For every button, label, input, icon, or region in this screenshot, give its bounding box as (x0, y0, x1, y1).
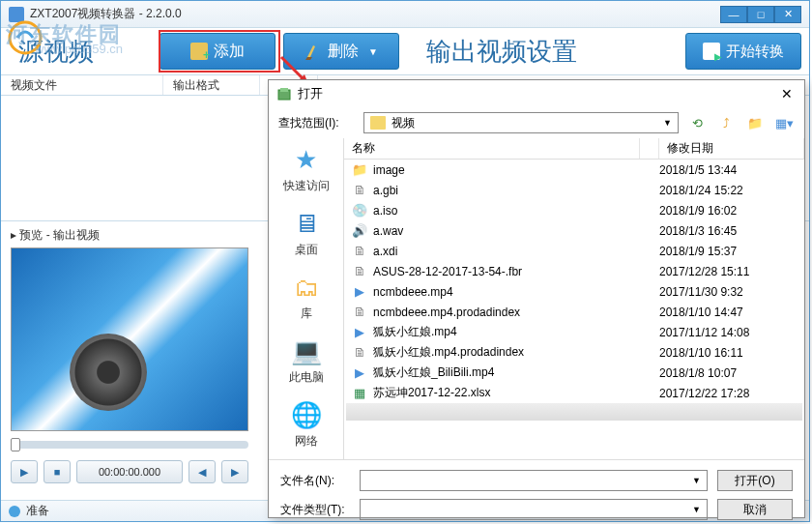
open-button[interactable]: 打开(O) (717, 470, 793, 491)
file-row[interactable]: 🗎ASUS-28-12-2017-13-54-.fbr2017/12/28 15… (344, 261, 804, 281)
file-name: a.gbi (373, 184, 659, 197)
seek-slider[interactable] (11, 441, 248, 449)
file-row[interactable]: 💿a.iso2018/1/9 16:02 (344, 200, 804, 220)
open-dialog: 打开 ✕ 查找范围(I): 视频 ▼ ⟲ ⤴ 📁 ▦▾ ★ 快速访问 🖥 桌面 … (268, 79, 805, 518)
chevron-down-icon: ▼ (663, 118, 672, 128)
file-date: 2018/1/8 10:07 (659, 366, 804, 380)
file-date: 2018/1/9 16:02 (659, 204, 804, 218)
output-settings-label: 输出视频设置 (426, 35, 678, 69)
file-name: 狐妖小红娘.mp4 (373, 324, 659, 340)
header-description[interactable] (640, 138, 659, 159)
dialog-close-button[interactable]: ✕ (777, 84, 797, 103)
slider-thumb[interactable] (11, 438, 20, 451)
header-date[interactable]: 修改日期 (659, 138, 804, 159)
file-date: 2018/1/10 14:47 (659, 306, 804, 319)
close-button[interactable]: ✕ (774, 6, 801, 23)
view-menu-button[interactable]: ▦▾ (773, 112, 795, 133)
video-icon: ▶ (352, 325, 367, 340)
status-text: 准备 (26, 503, 49, 519)
file-row[interactable]: ▶狐妖小红娘_BiliBili.mp42018/1/8 10:07 (344, 363, 804, 383)
file-date: 2018/1/24 15:22 (659, 184, 804, 197)
file-date: 2017/12/22 17:28 (659, 387, 804, 400)
file-name: 苏远坤2017-12-22.xlsx (373, 385, 659, 401)
col-video-file[interactable]: 视频文件 (1, 75, 163, 95)
file-row[interactable]: 🗎ncmbdeee.mp4.prodadindex2018/1/10 14:47 (344, 302, 804, 322)
place-quick-access[interactable]: ★ 快速访问 (283, 144, 330, 194)
dialog-title: 打开 (298, 85, 777, 102)
audio-icon: 🔊 (352, 223, 367, 239)
file-row[interactable]: ▶ncmbdeee.mp42017/11/30 9:32 (344, 281, 804, 302)
file-row[interactable]: 🔊a.wav2018/1/3 16:45 (344, 220, 804, 241)
places-bar: ★ 快速访问 🖥 桌面 🗂 库 💻 此电脑 🌐 网络 (269, 138, 344, 459)
file-row[interactable]: 🗎a.xdi2018/1/9 15:37 (344, 241, 804, 261)
cancel-button[interactable]: 取消 (717, 499, 793, 520)
file-name: ncmbdeee.mp4.prodadindex (373, 306, 659, 319)
file-name: 狐妖小红娘.mp4.prodadindex (373, 344, 659, 361)
file-date: 2018/1/5 13:44 (659, 163, 804, 177)
filename-input[interactable]: ▼ (360, 470, 708, 491)
folder-icon: 📁 (352, 162, 367, 178)
file-date: 2018/1/10 16:11 (659, 346, 804, 360)
file-date: 2017/11/12 14:08 (659, 326, 804, 339)
xls-icon: ▦ (352, 386, 367, 401)
disc-icon: 💿 (352, 203, 367, 218)
start-convert-button[interactable]: 开始转换 (685, 33, 801, 70)
filename-label: 文件名(N): (280, 473, 350, 489)
place-desktop[interactable]: 🖥 桌面 (291, 208, 322, 258)
file-name: image (373, 163, 659, 177)
file-icon: 🗎 (352, 305, 367, 320)
libraries-icon: 🗂 (291, 272, 322, 303)
col-output-format[interactable]: 输出格式 (163, 75, 260, 95)
header-name[interactable]: 名称 (344, 138, 640, 159)
file-icon: 🗎 (352, 264, 367, 279)
place-this-pc[interactable]: 💻 此电脑 (289, 335, 324, 386)
file-icon: 🗎 (352, 244, 367, 259)
video-icon: ▶ (352, 284, 367, 300)
folder-icon (370, 116, 386, 130)
file-icon: 🗎 (352, 183, 367, 198)
file-date: 2018/1/9 15:37 (659, 245, 804, 258)
play-button[interactable]: ▶ (11, 460, 38, 483)
back-button[interactable]: ⟲ (686, 112, 708, 133)
network-icon: 🌐 (291, 399, 322, 430)
place-network[interactable]: 🌐 网络 (291, 399, 322, 450)
filetype-label: 文件类型(T): (280, 502, 350, 518)
svg-rect-2 (280, 88, 288, 92)
file-row[interactable]: 📁image2018/1/5 13:44 (344, 160, 804, 180)
new-folder-button[interactable]: 📁 (744, 112, 766, 133)
file-row[interactable]: 🗎a.gbi2018/1/24 15:22 (344, 180, 804, 200)
file-row[interactable]: 🗎狐妖小红娘.mp4.prodadindex2018/1/10 16:11 (344, 342, 804, 363)
time-display: 00:00:00.000 (76, 460, 183, 483)
file-list: 📁image2018/1/5 13:44🗎a.gbi2018/1/24 15:2… (344, 160, 804, 459)
window-title: ZXT2007视频转换器 - 2.2.0.0 (30, 6, 720, 22)
file-row[interactable]: ▦苏远坤2017-12-22.xlsx2017/12/22 17:28 (344, 383, 804, 403)
dropdown-icon: ▼ (368, 46, 378, 57)
video-icon: ▶ (352, 365, 367, 381)
stop-button[interactable]: ■ (44, 460, 71, 483)
file-icon: 🗎 (352, 345, 367, 361)
maximize-button[interactable]: □ (747, 6, 774, 23)
dialog-icon (276, 86, 292, 102)
scrollbar-track[interactable] (346, 403, 802, 421)
watermark: 河东软件园 www.pc0359.cn (6, 20, 122, 49)
next-frame-button[interactable]: ▶ (221, 460, 248, 483)
file-name: ncmbdeee.mp4 (373, 285, 659, 299)
minimize-button[interactable]: — (720, 6, 747, 23)
film-reel-icon (70, 334, 147, 411)
add-button[interactable]: 添加 (160, 33, 276, 70)
filetype-combo[interactable]: ▼ (360, 499, 708, 520)
file-name: a.xdi (373, 245, 659, 258)
up-button[interactable]: ⤴ (715, 112, 737, 133)
place-libraries[interactable]: 🗂 库 (291, 272, 322, 322)
quick-access-icon: ★ (291, 144, 322, 175)
file-name: 狐妖小红娘_BiliBili.mp4 (373, 364, 659, 381)
prev-frame-button[interactable]: ◀ (188, 460, 216, 483)
file-row[interactable]: ▶狐妖小红娘.mp42017/11/12 14:08 (344, 322, 804, 342)
file-name: a.iso (373, 204, 659, 218)
pc-icon: 💻 (291, 335, 322, 366)
preview-image (11, 247, 248, 431)
desktop-icon: 🖥 (291, 208, 322, 239)
status-icon (9, 506, 20, 517)
file-name: ASUS-28-12-2017-13-54-.fbr (373, 265, 659, 278)
lookin-combo[interactable]: 视频 ▼ (363, 112, 679, 133)
